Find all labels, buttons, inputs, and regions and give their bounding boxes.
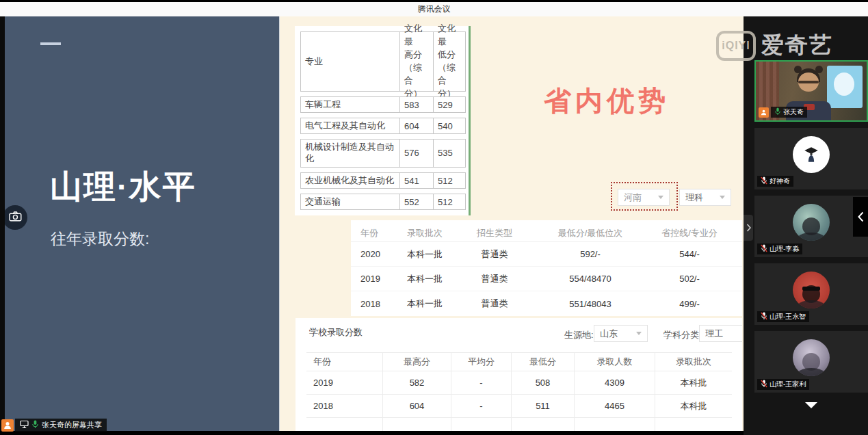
scroll-down-arrow[interactable] <box>805 402 817 408</box>
person-icon <box>3 421 12 430</box>
slide-left-panel: 山理·水平 往年录取分数: <box>5 16 280 431</box>
origin-select[interactable]: 山东 <box>594 325 648 342</box>
cell-type: 普通类 <box>456 298 533 310</box>
person-hairbun <box>815 66 823 73</box>
meeting-window: 腾讯会议 山理·水平 往年录取分数: 专业 文化最 高分 （综合 分） 文化最 … <box>0 0 868 435</box>
person-icon <box>761 109 767 116</box>
window-title: 腾讯会议 <box>418 3 451 15</box>
cell-max: 604 <box>383 395 451 418</box>
sunglasses <box>802 287 820 291</box>
host-badge <box>1 419 14 432</box>
slide-title: 山理·水平 <box>50 166 196 209</box>
dash-decoration <box>40 42 61 45</box>
host-badge <box>759 107 769 118</box>
chevron-right-icon <box>746 224 751 232</box>
cell-max: 583 <box>399 96 434 113</box>
left-edge-strip <box>0 16 5 431</box>
bottom-edge-bar <box>0 431 744 435</box>
cell-controlline: 502/- <box>648 274 731 284</box>
video-tile-limiao[interactable]: 山理-李淼 <box>754 196 868 257</box>
header-batch: 录取批次 <box>655 352 732 371</box>
iqiyi-watermark: iQIYI 爱奇艺 <box>716 30 833 61</box>
avatar <box>793 136 830 173</box>
header-year: 年份 <box>351 227 393 239</box>
sidebar-collapse-tab[interactable] <box>853 197 868 237</box>
cell-minscore: 554/48470 <box>533 274 648 284</box>
video-tile-haoshenqi[interactable]: 好神奇 <box>754 128 868 189</box>
majors-score-table: 专业 文化最 高分 （综合 分） 文化最 低分 （综合 分） 车辆工程 583 … <box>295 26 471 215</box>
table-header-row: 年份 录取批次 招生类型 最低分/最低位次 省控线/专业分 <box>351 224 742 242</box>
participant-name: 好神奇 <box>770 176 790 186</box>
subject-select-value: 理科 <box>685 192 703 204</box>
cell-year: 2018 <box>351 299 393 309</box>
cell-batch: 本科批 <box>655 395 732 418</box>
cell-min: 512 <box>433 194 466 210</box>
highlight-annotation: 省内优势 <box>544 82 670 120</box>
cell-minscore: 592/- <box>533 249 648 259</box>
monitor-icon <box>20 420 29 430</box>
graduate-figure-icon <box>802 146 820 163</box>
cell-controlline: 499/- <box>648 299 731 309</box>
chevron-down-icon <box>658 196 663 199</box>
share-indicator-pill: 张天奇的屏幕共享 <box>15 419 107 432</box>
cell-major: 交通运输 <box>300 194 400 210</box>
avatar <box>793 204 830 241</box>
cell-batch: 本科一批 <box>393 298 456 310</box>
province-select[interactable]: 河南 <box>618 189 670 206</box>
mic-on-icon <box>774 107 781 117</box>
table-row: 农业机械化及其自动化 541 512 <box>300 172 469 189</box>
chevron-down-icon <box>636 332 642 335</box>
partial-cell <box>575 418 655 431</box>
screen-share-indicator: 张天奇的屏幕共享 <box>1 419 107 432</box>
partial-cell <box>512 418 575 431</box>
cell-min: 529 <box>433 96 466 113</box>
poster-background <box>827 66 863 108</box>
mic-muted-icon <box>761 380 767 389</box>
cell-max: 576 <box>399 139 434 168</box>
participant-label: 山理-王永智 <box>757 311 809 322</box>
header-major: 专业 <box>300 31 400 92</box>
mic-muted-icon <box>761 312 767 321</box>
participant-name: 山理-李淼 <box>770 244 799 254</box>
cell-major: 机械设计制造及其自动化 <box>300 139 400 168</box>
cell-avg: - <box>451 371 512 395</box>
category-select[interactable]: 理工 <box>699 325 742 342</box>
header-type: 招生类型 <box>456 227 533 239</box>
person-silhouette <box>802 218 820 235</box>
table-header-row: 专业 文化最 高分 （综合 分） 文化最 低分 （综合 分） <box>300 31 469 92</box>
category-label: 学科分类: <box>663 329 702 341</box>
cell-min: 535 <box>433 139 466 168</box>
table-row: 2018 本科一批 普通类 551/48043 499/- <box>351 291 742 316</box>
slide-subtitle: 往年录取分数: <box>51 228 149 250</box>
avatar <box>793 272 830 308</box>
cell-major: 农业机械化及其自动化 <box>300 172 400 189</box>
header-min-score: 文化最 低分 （综合 分） <box>433 31 466 92</box>
category-select-value: 理工 <box>705 328 723 340</box>
iqiyi-logo-icon: iQIYI <box>716 31 756 61</box>
cell-min: 508 <box>512 371 575 395</box>
header-minscore-rank: 最低分/最低位次 <box>533 227 648 239</box>
mic-muted-icon <box>761 244 767 254</box>
table-row: 电气工程及其自动化 604 540 <box>300 118 469 134</box>
cell-count: 4465 <box>575 395 655 418</box>
table-row: 2019 本科一批 普通类 554/48470 502/- <box>351 267 742 291</box>
participant-name: 山理-王永智 <box>770 312 806 321</box>
header-avg: 平均分 <box>451 352 512 371</box>
person-glasses <box>798 81 819 83</box>
cell-min: 511 <box>512 395 575 418</box>
mic-muted-icon <box>761 176 767 186</box>
participant-label: 张天奇 <box>759 107 807 118</box>
cell-min: 540 <box>433 118 466 134</box>
header-batch: 录取批次 <box>393 227 456 239</box>
header-min: 最低分 <box>512 352 575 371</box>
video-tile-zhangtianqi[interactable]: 张天奇 <box>754 60 868 122</box>
sidebar-expand-tab[interactable] <box>744 215 753 241</box>
video-tile-wangjiali[interactable]: 山理-王家利 <box>754 331 868 393</box>
cell-type: 普通类 <box>456 273 533 285</box>
cell-count: 4309 <box>575 371 655 395</box>
share-indicator-text: 张天奇的屏幕共享 <box>42 420 102 430</box>
video-tile-wangyongzhi[interactable]: 山理-王永智 <box>754 263 868 325</box>
subject-select[interactable]: 理科 <box>679 189 731 206</box>
origin-select-value: 山东 <box>600 328 618 340</box>
header-year: 年份 <box>306 352 383 371</box>
